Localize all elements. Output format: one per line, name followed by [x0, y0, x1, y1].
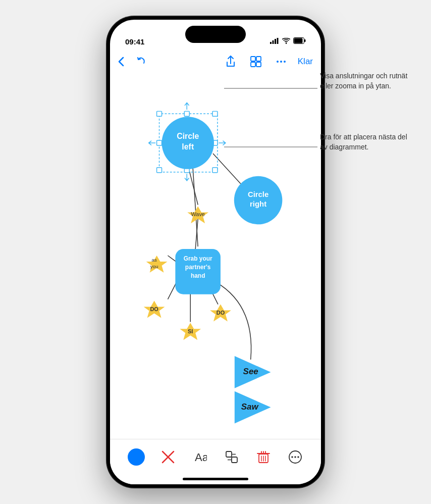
svg-rect-1	[273, 40, 274, 44]
svg-rect-6	[294, 38, 303, 43]
callout-grid-line	[219, 81, 320, 101]
callout-grid-text: Visa anslutningar och rutnät eller zooma…	[320, 71, 416, 91]
svg-text:Grab your: Grab your	[184, 255, 212, 262]
svg-rect-30	[212, 168, 218, 173]
svg-text:DO: DO	[217, 310, 225, 316]
diagram-svg: Circle left Circle right Wave as you Gra…	[110, 74, 321, 439]
dynamic-island	[185, 26, 246, 43]
text-tool-button[interactable]: Aa	[189, 446, 211, 468]
status-icons	[270, 37, 306, 46]
svg-text:partner's: partner's	[185, 264, 211, 271]
svg-line-15	[193, 169, 198, 246]
delete-tool-button[interactable]	[252, 446, 275, 468]
more-tool-button[interactable]	[284, 446, 306, 468]
svg-rect-0	[270, 42, 272, 44]
line-tool-button[interactable]	[157, 446, 179, 468]
svg-rect-23	[157, 111, 162, 116]
svg-rect-5	[304, 39, 306, 42]
color-circle	[128, 448, 145, 466]
home-indicator	[183, 478, 248, 480]
svg-rect-59	[226, 451, 232, 457]
share-button[interactable]	[222, 53, 239, 70]
done-button[interactable]: Klar	[298, 57, 313, 67]
svg-text:See: See	[243, 367, 258, 376]
color-picker-button[interactable]	[125, 446, 147, 468]
shape-tool-button[interactable]	[221, 446, 243, 468]
back-button[interactable]	[118, 57, 124, 67]
svg-rect-8	[256, 57, 261, 61]
svg-point-13	[284, 61, 286, 63]
wifi-icon	[282, 37, 290, 46]
svg-point-12	[280, 61, 282, 63]
svg-text:you: you	[150, 264, 158, 269]
svg-point-72	[291, 456, 293, 458]
svg-rect-10	[256, 62, 261, 67]
svg-rect-9	[251, 62, 255, 67]
svg-point-74	[297, 456, 299, 458]
callout-drag-text: Dra för att placera nästa del av diagram…	[320, 132, 416, 153]
svg-point-11	[277, 61, 279, 63]
callout-area: Visa anslutningar och rutnät eller zooma…	[320, 71, 416, 152]
svg-rect-26	[157, 140, 162, 145]
svg-text:Wave: Wave	[191, 211, 205, 217]
svg-text:Circle: Circle	[248, 190, 268, 198]
svg-text:SI: SI	[188, 328, 193, 334]
callout-grid-area: Visa anslutningar och rutnät eller zooma…	[320, 71, 416, 91]
svg-rect-24	[184, 111, 189, 116]
svg-rect-7	[251, 57, 255, 61]
svg-rect-28	[157, 168, 162, 173]
undo-button[interactable]	[132, 53, 149, 70]
svg-text:Aa: Aa	[195, 451, 207, 464]
more-button[interactable]	[273, 53, 290, 70]
svg-text:DO: DO	[150, 306, 158, 312]
svg-text:as: as	[151, 257, 157, 263]
svg-rect-3	[277, 38, 279, 44]
svg-text:Circle: Circle	[177, 132, 199, 140]
callout-drag-line	[219, 139, 320, 160]
main-toolbar: Klar	[110, 49, 321, 74]
canvas-area[interactable]: Circle left Circle right Wave as you Gra…	[110, 74, 321, 439]
grid-button[interactable]	[247, 53, 264, 70]
svg-text:hand: hand	[191, 272, 205, 279]
status-time: 09:41	[125, 37, 144, 46]
svg-rect-2	[275, 39, 276, 44]
battery-icon	[293, 37, 306, 46]
svg-rect-60	[232, 457, 237, 463]
svg-rect-25	[212, 111, 218, 116]
signal-icon	[270, 37, 279, 46]
callout-drag-area: Dra för att placera nästa del av diagram…	[320, 132, 416, 153]
svg-point-73	[294, 456, 296, 458]
svg-text:left: left	[182, 142, 194, 151]
svg-text:right: right	[250, 199, 266, 208]
svg-text:Saw: Saw	[241, 402, 259, 412]
